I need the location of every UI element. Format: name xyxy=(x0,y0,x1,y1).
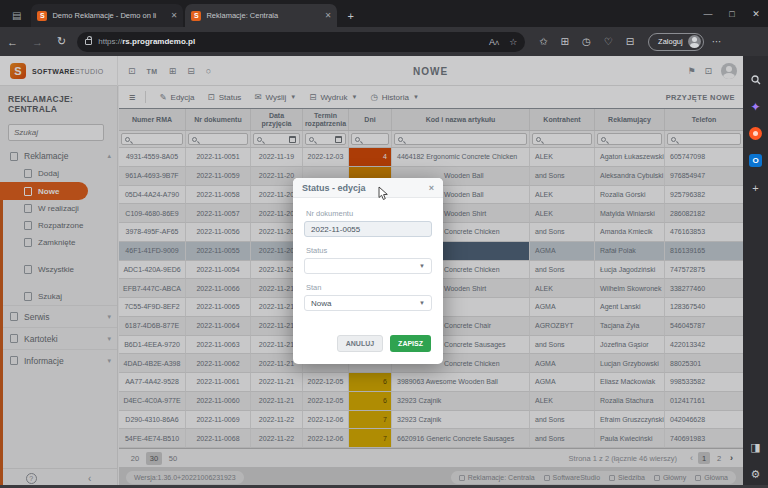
prev-page-icon[interactable]: ‹ xyxy=(690,453,693,463)
new-tab-button[interactable]: + xyxy=(347,10,353,22)
page-number-2[interactable]: 2 xyxy=(713,452,725,464)
filter-input[interactable] xyxy=(305,133,346,145)
user-avatar[interactable] xyxy=(721,63,737,79)
page-size-50[interactable]: 50 xyxy=(165,452,181,465)
sidebar-item-nowe[interactable]: Nowe xyxy=(0,182,88,200)
status-item[interactable]: Reklamacje: Centrala xyxy=(459,474,535,481)
table-row[interactable]: 54FE-4E74-B5102022-11-00682022-11-222022… xyxy=(119,429,743,448)
app-logo[interactable]: S SOFTWARESTUDIO xyxy=(0,56,118,86)
status-select[interactable]: ▼ xyxy=(304,258,432,274)
filter-input[interactable] xyxy=(394,133,527,145)
status-item[interactable]: Główna xyxy=(695,474,728,481)
add-favorite-icon[interactable]: ☆ xyxy=(509,37,517,47)
modal-header[interactable]: Status - edycja × xyxy=(293,178,443,198)
filter-input[interactable] xyxy=(253,133,300,145)
maximize-button[interactable]: □ xyxy=(720,9,744,19)
back-icon[interactable]: ← xyxy=(7,36,18,48)
browser-login-button[interactable]: Zaloguj xyxy=(648,33,704,51)
column-header[interactable]: Kod i nazwa artykułu xyxy=(392,109,530,130)
forward-icon[interactable]: → xyxy=(32,36,43,48)
filter-input[interactable] xyxy=(351,133,389,145)
page-size-20[interactable]: 20 xyxy=(127,452,143,465)
filter-input[interactable] xyxy=(667,133,741,145)
filter-input[interactable] xyxy=(121,133,183,145)
add-sidebar-item-icon[interactable]: + xyxy=(743,174,768,201)
sidebar-item-serwis[interactable]: Serwis▾ xyxy=(0,305,117,327)
column-header[interactable]: Kontrahent xyxy=(530,109,595,130)
outlook-icon[interactable]: O xyxy=(743,147,768,174)
next-page-icon[interactable]: › xyxy=(730,453,733,463)
table-row[interactable]: AA77-4A42-95282022-11-00612022-11-212022… xyxy=(119,373,743,392)
table-row[interactable]: D4EC-4C0A-977E2022-11-00602022-11-212022… xyxy=(119,392,743,411)
sidebar-item-informacje[interactable]: Informacje▾ xyxy=(0,349,117,371)
save-button[interactable]: ZAPISZ xyxy=(390,335,431,352)
browser-essentials-icon[interactable]: ♡ xyxy=(604,36,613,47)
minimize-button[interactable]: — xyxy=(696,9,720,19)
tab-actions-icon[interactable]: ▤ xyxy=(12,10,21,21)
browser-tab[interactable]: SReklamacje: Centrala✕ xyxy=(185,4,337,27)
table-cell: 422013342 xyxy=(665,336,743,355)
sidebar-item-wszystkie[interactable]: Wszystkie xyxy=(0,261,117,278)
nr-dokumentu-field[interactable]: 2022-11-0055 xyxy=(304,221,432,237)
historia-button[interactable]: ◷Historia▼ xyxy=(370,92,419,102)
tab-close-icon[interactable]: ✕ xyxy=(325,11,332,20)
stan-select[interactable]: Nowa▼ xyxy=(304,295,432,311)
modal-close-icon[interactable]: × xyxy=(429,183,434,193)
status-button[interactable]: ⊡Status xyxy=(208,92,242,102)
filter-input[interactable] xyxy=(532,133,592,145)
flag-icon[interactable]: ⚑ xyxy=(687,66,695,76)
wydruk-button[interactable]: ⊟Wydruk▼ xyxy=(309,92,357,102)
column-header[interactable]: Telefon xyxy=(665,109,743,130)
sidebar-item-reklamacje[interactable]: Reklamacje▴ xyxy=(0,147,117,165)
status-item[interactable]: Główny xyxy=(654,474,686,481)
sidebar-search-input[interactable] xyxy=(8,124,104,141)
sidebar-item-dodaj[interactable]: Dodaj xyxy=(0,165,117,182)
collections-icon[interactable]: ⊞ xyxy=(561,36,569,47)
filter-input[interactable] xyxy=(188,133,248,145)
search-icon[interactable] xyxy=(743,66,768,93)
url-field[interactable]: https://rs.programdemo.pl Aᐱ ☆ xyxy=(77,32,525,52)
read-aloud-icon[interactable]: Aᐱ xyxy=(489,37,499,47)
history-icon[interactable]: ◷ xyxy=(582,36,591,47)
browser-tab[interactable]: SDemo Reklamacje - Demo on li✕ xyxy=(31,4,183,27)
close-button[interactable]: ✕ xyxy=(744,9,768,19)
page-size-30[interactable]: 30 xyxy=(146,452,162,465)
sidebar-item-szukaj[interactable]: Szukaj xyxy=(0,288,117,305)
cancel-button[interactable]: ANULUJ xyxy=(337,335,383,352)
collapse-sidebar-icon[interactable]: ‹ xyxy=(88,473,91,484)
status-item[interactable]: SoftwareStudio xyxy=(544,474,600,481)
filter-input[interactable] xyxy=(597,133,662,145)
tab-close-icon[interactable]: ✕ xyxy=(171,11,178,20)
split-screen-icon[interactable]: ⊟ xyxy=(626,36,634,47)
calendar-icon[interactable] xyxy=(335,136,342,143)
window-controls: — □ ✕ xyxy=(696,0,768,27)
table-row[interactable]: D290-4310-86A62022-11-00692022-11-222022… xyxy=(119,411,743,430)
more-menu-icon[interactable]: ⋯ xyxy=(712,36,722,47)
refresh-icon[interactable]: ↻ xyxy=(57,35,66,48)
sidebar-item-kartoteki[interactable]: Kartoteki▾ xyxy=(0,327,117,349)
column-header[interactable]: Nr dokumentu xyxy=(186,109,251,130)
help-icon[interactable]: ? xyxy=(26,473,37,484)
column-header[interactable]: Dni xyxy=(349,109,392,130)
table-row[interactable]: 4931-4559-8A052022-11-00512022-11-192022… xyxy=(119,148,743,167)
extension-orange-icon[interactable] xyxy=(743,120,768,147)
sidebar-item-rozpatrzone[interactable]: Rozpatrzone xyxy=(0,217,117,234)
wy-lij-button[interactable]: ✉Wyślij▼ xyxy=(254,92,296,102)
copilot-icon[interactable]: ✦ xyxy=(743,93,768,120)
lock-icon[interactable] xyxy=(85,39,92,45)
edycja-button[interactable]: ✎Edycja xyxy=(159,92,194,102)
monitor-icon[interactable]: ⊡ xyxy=(704,66,712,76)
status-item[interactable]: Siedziba xyxy=(609,474,645,481)
column-header[interactable]: Termin rozpatrzenia xyxy=(303,109,349,130)
column-header[interactable]: Data przyjęcia xyxy=(251,109,303,130)
sidebar-item-w-realizacji[interactable]: W realizacji xyxy=(0,200,117,217)
page-number-1[interactable]: 1 xyxy=(698,452,710,464)
column-header[interactable]: Reklamujący xyxy=(595,109,665,130)
column-header[interactable]: Numer RMA xyxy=(119,109,186,130)
favorites-icon[interactable]: ✩ xyxy=(539,36,547,47)
sidebar-item-zamkni-te[interactable]: Zamknięte xyxy=(0,234,117,251)
settings-gear-icon[interactable]: ⚙ xyxy=(743,461,768,488)
menu-hamburger-icon[interactable]: ≡ xyxy=(129,91,146,103)
expand-sidebar-icon[interactable]: ◨ xyxy=(743,434,768,461)
calendar-icon[interactable] xyxy=(289,136,296,143)
